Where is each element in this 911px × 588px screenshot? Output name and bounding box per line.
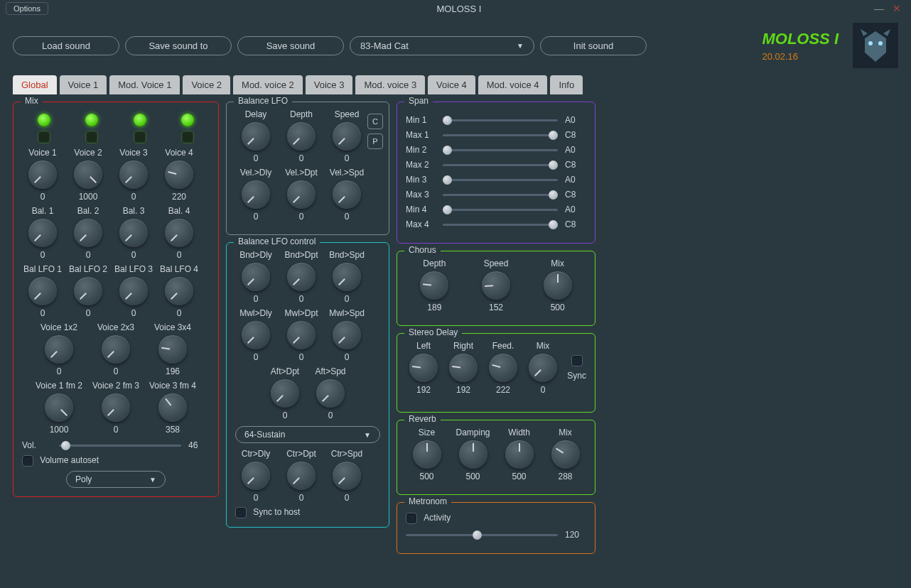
mix-cross2-0-knob[interactable] [45, 393, 73, 422]
load-sound-button[interactable]: Load sound [13, 36, 119, 55]
tab-voice-3[interactable]: Voice 3 [306, 75, 353, 94]
ballfo-row1-1-knob[interactable] [287, 122, 316, 151]
vol-slider[interactable] [59, 445, 181, 447]
delay-1-knob[interactable] [449, 354, 478, 382]
span-slider-2[interactable] [443, 149, 558, 151]
mix-cross1-2-knob[interactable] [158, 335, 187, 364]
mix-ballfo-1-knob[interactable] [74, 277, 102, 305]
chorus-2-knob[interactable] [544, 271, 572, 300]
metronom-slider[interactable] [406, 534, 558, 536]
chorus-1-knob[interactable] [482, 271, 510, 300]
mix-voices-2-label: Voice 3 [119, 148, 147, 158]
preset-select[interactable]: 83-Mad Cat ▼ [350, 36, 534, 55]
tab-voice-1[interactable]: Voice 1 [60, 75, 107, 94]
chorus-title: Chorus [404, 245, 441, 255]
blc-row1-1-knob[interactable] [287, 263, 316, 291]
mix-ballfo-0-knob[interactable] [28, 277, 57, 305]
blc-row2-0-knob[interactable] [242, 321, 270, 349]
mix-cross1-1-label: Voice 2x3 [97, 322, 134, 332]
minimize-icon[interactable]: — [870, 3, 888, 14]
mix-cross1-0-knob[interactable] [45, 335, 73, 364]
span-slider-1[interactable] [443, 134, 558, 136]
blc-row3-1-knob[interactable] [316, 379, 345, 408]
span-slider-0[interactable] [443, 119, 558, 121]
span-slider-4[interactable] [443, 179, 558, 181]
blc-row4-2-knob[interactable] [333, 462, 361, 490]
init-sound-button[interactable]: Init sound [540, 36, 647, 55]
mix-voices-2-knob[interactable] [119, 160, 148, 189]
ballfo-row1-0-knob[interactable] [242, 122, 270, 151]
voice-mute-2[interactable] [85, 131, 98, 143]
tab-voice-2[interactable]: Voice 2 [183, 75, 230, 94]
c-button[interactable]: C [367, 114, 383, 129]
tab-mod-voice-2[interactable]: Mod. voice 2 [233, 75, 303, 94]
span-slider-7[interactable] [443, 224, 558, 226]
ballfo-row2-2-value: 0 [345, 212, 350, 222]
controller-select[interactable]: 64-Sustain ▼ [235, 426, 380, 443]
save-sound-to-button[interactable]: Save sound to [125, 36, 232, 55]
blc-row4-0-label: Ctr>Dly [242, 449, 270, 459]
chorus-2-value: 500 [551, 303, 565, 312]
metronom-activity-checkbox[interactable] [406, 513, 417, 524]
blc-row2-1-knob[interactable] [287, 321, 316, 349]
mix-bal-0-value: 0 [41, 250, 45, 260]
voice-mute-1[interactable] [38, 131, 50, 143]
reverb-3-knob[interactable] [551, 440, 580, 469]
delay-0-knob[interactable] [409, 354, 438, 382]
reverb-2-knob[interactable] [505, 440, 534, 469]
blc-row1-0-knob[interactable] [242, 263, 270, 291]
span-slider-5[interactable] [443, 194, 558, 196]
options-button[interactable]: Options [6, 2, 48, 15]
reverb-0-knob[interactable] [413, 440, 441, 469]
p-button[interactable]: P [367, 134, 383, 149]
ballfo-row2-2-knob[interactable] [333, 180, 361, 209]
tab-info[interactable]: Info [550, 75, 583, 94]
ballfo-row1-2-value: 0 [345, 153, 350, 163]
mix-voices-3-knob[interactable] [165, 160, 193, 189]
mix-voices-1-value: 1000 [79, 192, 98, 202]
volume-autoset-checkbox[interactable] [22, 455, 33, 467]
voice-mute-3[interactable] [134, 131, 146, 143]
save-sound-button[interactable]: Save sound [237, 36, 344, 55]
mix-cross2-1-knob[interactable] [102, 393, 130, 422]
blc-row4-0-knob[interactable] [242, 462, 270, 490]
blc-row2-2-knob[interactable] [333, 321, 361, 349]
mix-ballfo-2-knob[interactable] [119, 277, 148, 305]
span-slider-3[interactable] [443, 164, 558, 166]
mix-ballfo-3-knob[interactable] [165, 277, 193, 305]
mix-cross2-2-value: 358 [166, 425, 180, 435]
chorus-1-value: 152 [489, 303, 503, 312]
mix-voices-0-knob[interactable] [28, 160, 57, 189]
sync-to-host-checkbox[interactable] [235, 507, 247, 518]
tab-mod-voice-1[interactable]: Mod. Voice 1 [109, 75, 180, 94]
reverb-1-knob[interactable] [459, 440, 487, 469]
close-icon[interactable]: ✕ [888, 3, 905, 14]
delay-2-knob[interactable] [489, 354, 517, 382]
mix-cross1-1-knob[interactable] [102, 335, 130, 364]
mix-bal-1-knob[interactable] [74, 219, 102, 247]
delay-0-label: Left [416, 341, 431, 351]
ballfo-row2-0-knob[interactable] [242, 180, 270, 209]
ballfo-row2-1-knob[interactable] [287, 180, 316, 209]
blc-row3-0-knob[interactable] [271, 379, 299, 408]
mix-voices-1-knob[interactable] [74, 160, 102, 189]
tab-mod-voice-3[interactable]: Mod. voice 3 [355, 75, 425, 94]
blc-row2-2-label: Mwl>Spd [329, 308, 365, 318]
chorus-0-label: Depth [423, 258, 446, 268]
chorus-0-knob[interactable] [420, 271, 448, 300]
blc-row4-1-knob[interactable] [287, 462, 316, 490]
poly-select[interactable]: Poly ▼ [66, 471, 166, 488]
mix-cross2-2-knob[interactable] [158, 393, 187, 422]
tab-mod-voice-4[interactable]: Mod. voice 4 [478, 75, 548, 94]
mix-bal-0-knob[interactable] [28, 219, 57, 247]
delay-3-knob[interactable] [529, 354, 557, 382]
mix-bal-3-knob[interactable] [165, 219, 193, 247]
mix-bal-2-knob[interactable] [119, 219, 148, 247]
blc-row1-2-knob[interactable] [333, 263, 361, 291]
delay-sync-checkbox[interactable] [571, 355, 583, 366]
ballfo-row1-2-knob[interactable] [333, 122, 361, 151]
tab-voice-4[interactable]: Voice 4 [428, 75, 475, 94]
tab-global[interactable]: Global [13, 75, 57, 94]
span-slider-6[interactable] [443, 209, 558, 211]
voice-mute-4[interactable] [181, 131, 194, 143]
